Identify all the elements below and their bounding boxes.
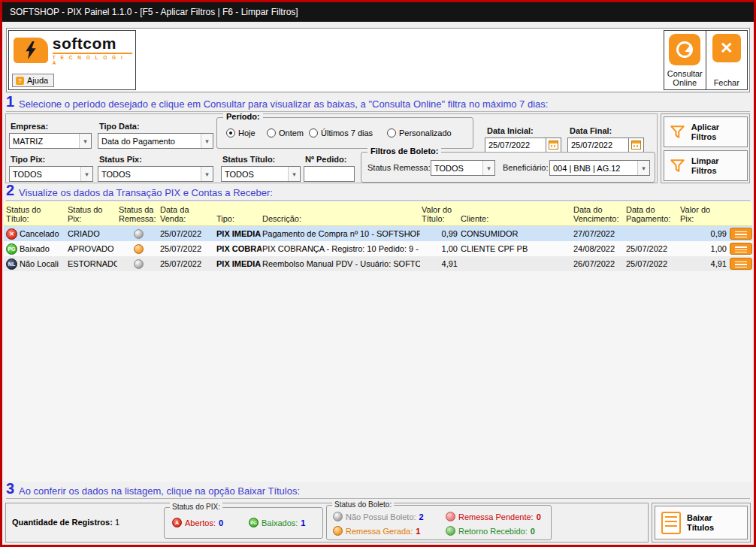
consultar-online-button[interactable]: Consultar Online xyxy=(664,31,706,89)
boleto-pink-icon xyxy=(446,512,455,521)
funnel-icon xyxy=(670,157,686,175)
section2-number: 2 xyxy=(6,182,14,199)
num-pedido-input[interactable] xyxy=(304,166,355,182)
chevron-down-icon: ▾ xyxy=(201,134,213,148)
status-pix-select[interactable]: TODOS ▾ xyxy=(98,166,213,182)
table-row[interactable]: NLNão Locali ESTORNADO 25/07/2022 PIX IM… xyxy=(4,256,752,271)
retorno-recebido-label: Retorno Recebido: xyxy=(458,527,528,536)
baixar-titulos-label: Baixar Títulos xyxy=(687,513,741,532)
empresa-label: Empresa: xyxy=(11,122,48,131)
header-actions-box: Consultar Online ✕ Fechar xyxy=(664,30,748,90)
filtros-boleto-label: Filtros de Boleto: xyxy=(367,147,441,156)
radio-icon xyxy=(309,128,318,138)
col-header-status-remessa: Status da Remessa: xyxy=(119,205,162,224)
limpar-filtros-button[interactable]: Limpar Filtros xyxy=(664,150,748,181)
summary-panel: Quantidade de Registros: 1 Status do PIX… xyxy=(5,503,649,542)
status-pix-value: TODOS xyxy=(98,170,201,179)
col-header-tipo: Tipo: xyxy=(216,214,262,224)
status-pix-box-label: Status do PIX: xyxy=(170,503,222,511)
beneficiario-select[interactable]: 004 | BNB | AG.12 ▾ xyxy=(549,160,650,176)
table-row[interactable]: PGBaixado APROVADO 25/07/2022 PIX COBRAN… xyxy=(4,241,752,256)
baixar-titulos-icon xyxy=(661,512,681,534)
softcom-logo-icon xyxy=(14,38,48,63)
status-boleto-box-label: Status do Boleto: xyxy=(332,500,394,509)
filters-panel: Empresa: MATRIZ ▾ Tipo Data: Data do Pag… xyxy=(5,113,658,183)
section3-number: 3 xyxy=(6,480,14,497)
status-remessa-value: TODOS xyxy=(431,164,482,173)
logo: softcom T E C N O L O G I A xyxy=(9,31,135,65)
chevron-down-icon: ▾ xyxy=(79,134,91,148)
filter-buttons-box: Aplicar Filtros Limpar Filtros xyxy=(661,113,750,183)
radio-icon xyxy=(226,128,235,138)
title-bar[interactable]: SOFTSHOP - PIX Painel 1.1.0 - [F5 - Apli… xyxy=(2,2,754,22)
section2-header: 2 Visualize os dados da Transação PIX e … xyxy=(6,184,750,201)
status-boleto-groupbox: Status do Boleto: Não Possui Boleto: 2 R… xyxy=(326,505,552,540)
remessa-pendente-stat: Remessa Pendente: 0 xyxy=(446,512,541,521)
col-header-valor-titulo: Valor do Título: xyxy=(422,205,459,224)
chevron-down-icon: ▾ xyxy=(201,167,213,181)
radio-ultimos-7-dias[interactable]: Últimos 7 dias xyxy=(309,128,373,138)
row-actions-button[interactable] xyxy=(730,228,752,240)
tipo-data-label: Tipo Data: xyxy=(99,122,140,131)
calendar-icon xyxy=(549,141,558,150)
data-inicial-label: Data Inicial: xyxy=(487,126,534,135)
logo-wordmark: softcom xyxy=(53,35,132,51)
empresa-select[interactable]: MATRIZ ▾ xyxy=(9,133,92,149)
col-header-status-titulo: Status do Título: xyxy=(6,205,53,224)
chevron-down-icon: ▾ xyxy=(288,167,300,181)
calendar-button[interactable] xyxy=(629,138,644,153)
radio-hoje[interactable]: Hoje xyxy=(226,128,256,138)
data-inicial-value: 25/07/2022 xyxy=(485,138,546,153)
data-inicial-field[interactable]: 25/07/2022 xyxy=(485,138,561,153)
help-button[interactable]: ? Ajuda xyxy=(12,74,54,87)
status-remessa-label: Status Remessa: xyxy=(367,163,431,172)
quantidade-registros-label: Quantidade de Registros: xyxy=(12,518,113,527)
empresa-value: MATRIZ xyxy=(10,137,79,146)
aplicar-filtros-button[interactable]: Aplicar Filtros xyxy=(664,116,748,147)
abertos-label: Abertos: xyxy=(185,518,216,527)
fechar-button[interactable]: ✕ Fechar xyxy=(706,31,748,89)
window-title: SOFTSHOP - PIX Painel 1.1.0 - [F5 - Apli… xyxy=(10,7,298,17)
col-header-data-vencimento: Data do Vencimento: xyxy=(573,205,629,224)
row-actions-button[interactable] xyxy=(730,258,752,270)
quantidade-registros-value: 1 xyxy=(115,518,119,527)
tipo-data-select[interactable]: Data do Pagamento ▾ xyxy=(98,133,213,149)
col-header-cliente: Cliente: xyxy=(461,214,506,224)
radio-ontem[interactable]: Ontem xyxy=(267,128,304,138)
nao-possui-boleto-label: Não Possui Boleto: xyxy=(346,512,416,521)
radio-personalizado[interactable]: Personalizado xyxy=(387,128,452,138)
table-row[interactable]: ✕Cancelado CRIADO 25/07/2022 PIX IMEDIA … xyxy=(4,226,752,241)
data-final-field[interactable]: 25/07/2022 xyxy=(567,138,644,153)
boleto-green-icon xyxy=(446,526,455,536)
app-window: SOFTSHOP - PIX Painel 1.1.0 - [F5 - Apli… xyxy=(0,0,756,547)
remessa-orange-icon xyxy=(134,244,144,254)
beneficiario-label: Beneficiário: xyxy=(503,163,549,172)
col-header-descricao: Descrição: xyxy=(262,214,330,224)
remessa-gerada-stat: Remessa Gerada: 1 xyxy=(333,526,420,536)
transactions-table: Status do Título: Status do Pix: Status … xyxy=(4,202,752,482)
status-titulo-select[interactable]: TODOS ▾ xyxy=(221,166,301,182)
help-label: Ajuda xyxy=(27,76,48,85)
baixar-titulos-button[interactable]: Baixar Títulos xyxy=(655,506,748,539)
chevron-down-icon: ▾ xyxy=(80,167,92,181)
beneficiario-value: 004 | BNB | AG.12 xyxy=(550,164,637,173)
funnel-icon xyxy=(670,123,686,141)
status-remessa-select[interactable]: TODOS ▾ xyxy=(431,160,495,176)
remessa-gerada-label: Remessa Gerada: xyxy=(346,527,413,536)
tipo-pix-select[interactable]: TODOS ▾ xyxy=(9,166,93,182)
baixar-titulos-box: Baixar Títulos xyxy=(652,503,751,542)
section3-title: Ao conferir os dados na listagem, clique… xyxy=(19,485,300,497)
col-header-status-pix: Status do Pix: xyxy=(68,205,111,224)
baixados-icon: PG xyxy=(249,518,259,527)
row-actions-button[interactable] xyxy=(730,243,752,255)
calendar-button[interactable] xyxy=(546,138,561,153)
main-content: softcom T E C N O L O G I A ? Ajuda Cons… xyxy=(2,22,754,545)
question-icon: ? xyxy=(16,77,24,85)
nao-possui-boleto-value: 2 xyxy=(419,512,424,521)
retorno-recebido-value: 0 xyxy=(531,527,535,536)
remessa-gerada-value: 1 xyxy=(416,527,420,536)
calendar-icon xyxy=(631,141,641,150)
status-pix-groupbox: Status do PIX: A Abertos: 0 PG Baixados:… xyxy=(164,507,323,539)
limpar-filtros-label: Limpar Filtros xyxy=(691,156,742,175)
boleto-gray-icon xyxy=(333,512,343,521)
